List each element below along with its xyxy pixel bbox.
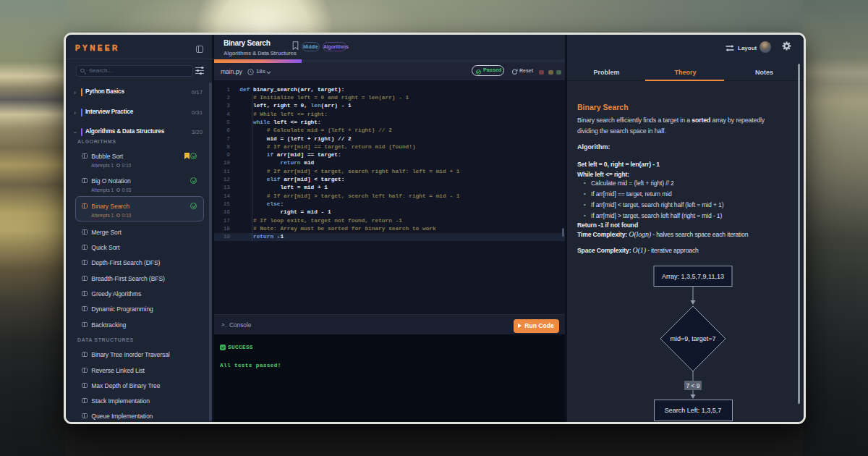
svg-text:7 < 9: 7 < 9 bbox=[686, 382, 699, 389]
svg-text:Array: 1,3,5,7,9,11,13: Array: 1,3,5,7,9,11,13 bbox=[662, 273, 724, 280]
svg-text:mid=9, target=7: mid=9, target=7 bbox=[670, 335, 715, 342]
svg-text:Search Left: 1,3,5,7: Search Left: 1,3,5,7 bbox=[665, 407, 722, 414]
